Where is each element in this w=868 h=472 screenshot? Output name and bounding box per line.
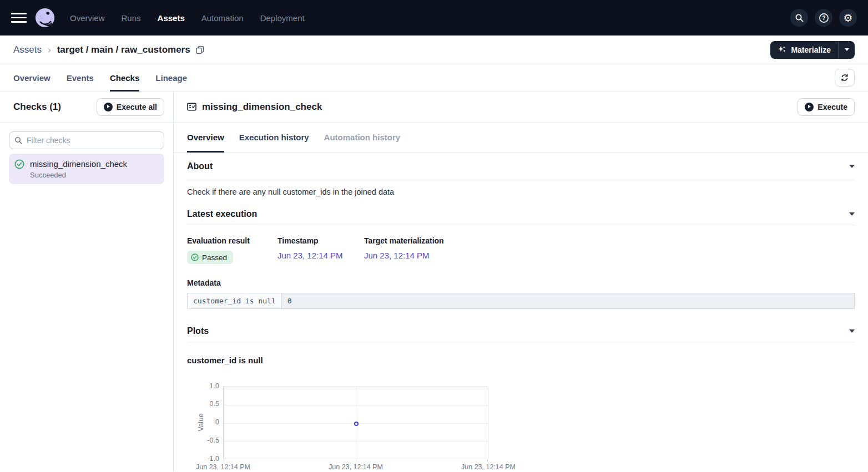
tab-events[interactable]: Events bbox=[67, 64, 94, 91]
plots-section-header[interactable]: Plots bbox=[187, 320, 855, 342]
help-icon: ? bbox=[819, 13, 829, 23]
collapse-chevron-icon[interactable] bbox=[849, 165, 855, 168]
content-area: Checks (1) Execute all missing bbox=[0, 92, 868, 471]
nav-item-automation[interactable]: Automation bbox=[201, 13, 244, 23]
collapse-chevron-icon[interactable] bbox=[849, 329, 855, 333]
plot-area bbox=[223, 387, 488, 459]
nav-item-runs[interactable]: Runs bbox=[122, 13, 141, 23]
check-detail-header: missing_dimension_check Execute bbox=[174, 92, 868, 123]
materialize-label: Materialize bbox=[791, 45, 831, 54]
tab-check-overview[interactable]: Overview bbox=[187, 123, 224, 152]
tab-lineage[interactable]: Lineage bbox=[155, 64, 187, 91]
search-icon bbox=[14, 136, 23, 145]
y-tick-label: 1.0 bbox=[194, 382, 219, 390]
data-point bbox=[354, 422, 359, 426]
latest-execution-grid: Evaluation result Timestamp Target mater… bbox=[187, 225, 855, 264]
y-tick-label: -0.5 bbox=[194, 437, 219, 444]
tab-checks[interactable]: Checks bbox=[110, 64, 139, 91]
settings-button[interactable]: ⚙ bbox=[839, 9, 857, 27]
x-tick-mark bbox=[356, 459, 356, 461]
execute-all-button[interactable]: Execute all bbox=[97, 98, 164, 116]
passed-status-badge: Passed bbox=[187, 251, 233, 264]
target-materialization-link[interactable]: Jun 23, 12:14 PM bbox=[364, 251, 430, 260]
play-icon bbox=[805, 103, 814, 111]
collapse-chevron-icon[interactable] bbox=[849, 212, 855, 216]
check-title: missing_dimension_check bbox=[202, 101, 322, 113]
target-materialization-label: Target materialization bbox=[364, 236, 855, 245]
materialize-split-button: Materialize bbox=[770, 41, 855, 59]
table-row: customer_id is null 0 bbox=[188, 293, 855, 309]
about-heading: About bbox=[187, 161, 213, 171]
breadcrumb-bar: Assets › target / main / raw_customers M… bbox=[0, 35, 868, 64]
chevron-down-icon bbox=[845, 48, 849, 51]
check-item-status: Succeeded bbox=[30, 171, 127, 179]
y-tick-label: 0 bbox=[194, 418, 219, 426]
materialize-button[interactable]: Materialize bbox=[770, 41, 838, 59]
checks-sidebar: Checks (1) Execute all missing bbox=[0, 92, 174, 471]
metadata-heading: Metadata bbox=[187, 278, 855, 287]
checks-sidebar-header: Checks (1) Execute all bbox=[0, 92, 173, 123]
hamburger-menu-icon[interactable] bbox=[11, 13, 27, 23]
x-tick-label: Jun 23, 12:14 PM bbox=[452, 463, 524, 471]
copy-button[interactable] bbox=[196, 45, 204, 54]
checks-count-title: Checks (1) bbox=[13, 101, 61, 113]
metadata-key-cell: customer_id is null bbox=[188, 293, 282, 309]
plot-title: customer_id is null bbox=[187, 356, 855, 365]
top-nav: Overview Runs Assets Automation Deployme… bbox=[0, 0, 868, 35]
latest-execution-heading: Latest execution bbox=[187, 209, 257, 219]
fact-check-icon bbox=[187, 102, 196, 111]
asset-tab-bar: Overview Events Checks Lineage bbox=[0, 64, 868, 92]
sparkle-icon bbox=[778, 45, 786, 54]
evaluation-result-label: Evaluation result bbox=[187, 236, 277, 245]
latest-execution-section-header[interactable]: Latest execution bbox=[187, 203, 855, 225]
nav-item-deployment[interactable]: Deployment bbox=[260, 13, 305, 23]
dagster-logo[interactable] bbox=[34, 7, 55, 28]
breadcrumb-asset-path[interactable]: target / main / raw_customers bbox=[57, 44, 190, 55]
tab-overview[interactable]: Overview bbox=[13, 64, 51, 91]
check-item-name: missing_dimension_check bbox=[30, 159, 127, 169]
help-button[interactable]: ? bbox=[815, 9, 832, 27]
checks-list: missing_dimension_check Succeeded bbox=[0, 123, 173, 193]
search-button[interactable] bbox=[790, 9, 808, 27]
check-success-icon bbox=[14, 159, 24, 169]
execute-all-label: Execute all bbox=[117, 103, 157, 111]
check-detail-content: About Check if there are any null custom… bbox=[174, 153, 868, 471]
nav-actions: ? ⚙ bbox=[790, 9, 857, 27]
x-tick-label: Jun 23, 12:14 PM bbox=[320, 463, 392, 471]
plots-heading: Plots bbox=[187, 326, 209, 336]
copy-icon bbox=[196, 45, 204, 54]
x-tick-mark bbox=[224, 459, 224, 461]
timestamp-link[interactable]: Jun 23, 12:14 PM bbox=[277, 251, 343, 260]
value-scatter-chart: Value 1.0 0.5 0 -0.5 -1.0 Jun 23, 12:14 … bbox=[187, 383, 855, 471]
filter-checks-field bbox=[9, 131, 164, 149]
tab-automation-history[interactable]: Automation history bbox=[324, 123, 401, 152]
y-tick-label: 0.5 bbox=[194, 400, 219, 408]
svg-text:?: ? bbox=[822, 14, 825, 21]
breadcrumb-assets-link[interactable]: Assets bbox=[13, 44, 42, 55]
x-tick-label: Jun 23, 12:14 PM bbox=[187, 463, 259, 471]
y-tick-label: -1.0 bbox=[194, 455, 219, 463]
about-section-header[interactable]: About bbox=[187, 153, 855, 180]
check-detail-panel: missing_dimension_check Execute Overview… bbox=[174, 92, 868, 471]
search-icon bbox=[795, 13, 804, 23]
materialize-dropdown-button[interactable] bbox=[839, 41, 855, 59]
check-success-icon bbox=[191, 253, 199, 261]
play-icon bbox=[104, 103, 113, 111]
about-description: Check if there are any null customer_ids… bbox=[187, 180, 855, 203]
filter-checks-input[interactable] bbox=[9, 131, 164, 149]
refresh-button[interactable] bbox=[835, 69, 855, 87]
x-tick-mark bbox=[487, 459, 488, 461]
refresh-icon bbox=[840, 73, 849, 82]
check-detail-tab-bar: Overview Execution history Automation hi… bbox=[174, 123, 868, 153]
execute-label: Execute bbox=[817, 103, 847, 111]
nav-item-assets[interactable]: Assets bbox=[158, 13, 185, 23]
nav-item-overview[interactable]: Overview bbox=[70, 13, 105, 23]
timestamp-label: Timestamp bbox=[277, 236, 364, 245]
execute-button[interactable]: Execute bbox=[798, 98, 855, 116]
tab-execution-history[interactable]: Execution history bbox=[239, 123, 309, 152]
check-list-item[interactable]: missing_dimension_check Succeeded bbox=[9, 154, 164, 184]
metadata-table: customer_id is null 0 bbox=[187, 293, 855, 309]
passed-label: Passed bbox=[202, 253, 227, 262]
gear-icon: ⚙ bbox=[843, 13, 852, 23]
metadata-value-cell: 0 bbox=[281, 293, 854, 309]
